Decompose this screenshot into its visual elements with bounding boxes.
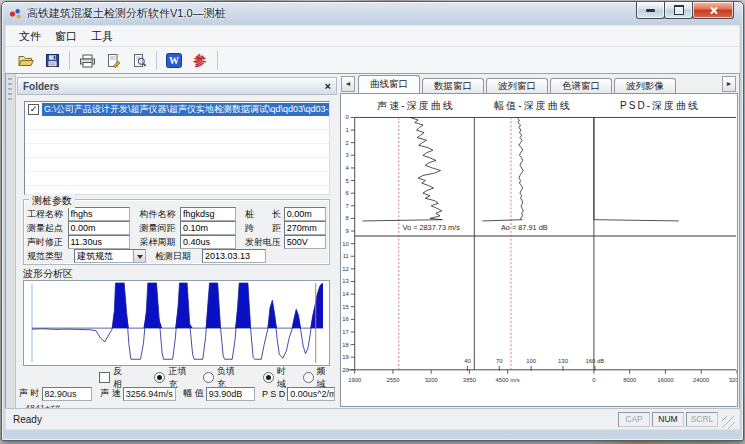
menu-window[interactable]: 窗口 (48, 27, 84, 46)
close-icon (709, 6, 718, 15)
window-controls (637, 2, 734, 19)
pile-params-title: 测桩参数 (29, 194, 75, 208)
radio-icon (263, 372, 274, 383)
open-folder-icon (17, 53, 35, 68)
svg-text:1: 1 (346, 127, 349, 133)
svg-text:11: 11 (343, 253, 349, 259)
param-label-standard-type: 规范类型 (27, 250, 74, 263)
param-label-interval: 测量间距 (139, 222, 180, 235)
svg-text:100: 100 (526, 358, 537, 364)
amplitude-label: 幅 值 (183, 387, 204, 400)
folder-checkbox[interactable]: ✓ (28, 104, 39, 115)
param-field-project[interactable]: fhghs (68, 207, 131, 221)
svg-text:3200: 3200 (425, 377, 439, 383)
folders-close-button[interactable]: × (325, 81, 331, 91)
empty-list-row (25, 172, 329, 186)
waveform-plot[interactable] (23, 280, 330, 366)
chevron-down-icon[interactable] (133, 250, 145, 262)
status-message: Ready (13, 414, 42, 425)
print-preview-button[interactable] (126, 49, 152, 72)
param-field-time-correction[interactable]: 11.30us (68, 235, 131, 249)
svg-text:3: 3 (346, 152, 349, 158)
maximize-button[interactable] (664, 2, 693, 19)
param-field-component[interactable]: fhgkdsg (180, 207, 236, 221)
standard-type-combobox[interactable]: 建筑规范 (74, 249, 146, 263)
psd-field[interactable]: 0.00us^2/m (287, 387, 335, 401)
svg-text:24000: 24000 (693, 377, 710, 383)
parameters-icon: 参 (194, 54, 207, 67)
tab-wavetrain-image[interactable]: 波列影像 (614, 78, 676, 93)
depth-curves-panel[interactable]: 声速-深度曲线 幅值-深度曲线 PSD-深度曲线 012345678910111… (340, 93, 738, 407)
toolbar-separator (156, 51, 157, 70)
standard-type-value: 建筑规范 (77, 251, 113, 261)
app-icon (9, 7, 22, 20)
folders-pane-header[interactable]: Folders × (17, 77, 337, 95)
save-button[interactable] (39, 49, 65, 72)
svg-text:8000: 8000 (623, 377, 637, 383)
svg-text:4500 m/s: 4500 m/s (496, 377, 520, 383)
depth-charts-canvas: 0123456789101112131415161718192019002550… (341, 94, 737, 406)
radio-icon (303, 372, 314, 383)
title-bar[interactable]: 高铁建筑混凝土检测分析软件V1.0—测桩 (2, 2, 743, 24)
svg-text:19: 19 (342, 354, 349, 360)
export-report-button[interactable] (100, 49, 126, 72)
param-field-span[interactable]: 270mm (284, 221, 326, 235)
param-field-interval[interactable]: 0.10m (180, 221, 236, 235)
page-magnifier-icon (132, 53, 147, 68)
svg-text:160 dB: 160 dB (586, 358, 605, 364)
window-title: 高铁建筑混凝土检测分析软件V1.0—测桩 (27, 6, 226, 21)
tab-wavetrain-window[interactable]: 波列窗口 (486, 78, 548, 93)
param-field-start-point[interactable]: 0.00m (68, 221, 131, 235)
radio-icon (154, 372, 165, 383)
sonic-time-field[interactable]: 82.90us (42, 387, 93, 401)
maximize-icon (674, 5, 684, 15)
param-field-pile-length[interactable]: 0.00m (284, 207, 326, 221)
param-field-sample-period[interactable]: 0.40us (180, 235, 236, 249)
param-label-sample-period: 采样周期 (139, 236, 180, 249)
sonic-velocity-field[interactable]: 3256.94m/s (123, 387, 177, 401)
word-report-button[interactable]: W (161, 49, 187, 72)
print-button[interactable] (74, 49, 100, 72)
minimize-button[interactable] (636, 2, 665, 19)
readouts-row: 声 时 82.90us 声 速 3256.94m/s 幅 值 93.90dB P… (19, 386, 335, 401)
checkbox-icon (99, 372, 110, 383)
svg-text:14: 14 (342, 291, 349, 297)
svg-text:0: 0 (592, 377, 596, 383)
dock-gripper[interactable] (6, 74, 16, 408)
param-label-project: 工程名称 (27, 208, 68, 221)
svg-text:13: 13 (342, 278, 349, 284)
tab-scroll-right-icon[interactable]: ► (722, 76, 736, 92)
app-window: 高铁建筑混凝土检测分析软件V1.0—测桩 文件 窗口 工具 (1, 1, 744, 441)
menu-file[interactable]: 文件 (12, 27, 48, 46)
tab-curve-window[interactable]: 曲线窗口 (358, 75, 420, 93)
amplitude-annotation: Ao = 87.91 dB (501, 223, 548, 232)
svg-text:9: 9 (346, 228, 349, 234)
open-file-button[interactable] (13, 49, 39, 72)
waveform-canvas (24, 281, 329, 365)
amplitude-field[interactable]: 93.90dB (206, 387, 255, 401)
word-icon: W (166, 53, 182, 68)
parameter-settings-button[interactable]: 参 (187, 49, 213, 72)
minimize-icon (646, 9, 655, 12)
tab-data-window[interactable]: 数据窗口 (422, 78, 484, 93)
param-field-voltage[interactable]: 500V (284, 235, 326, 249)
param-field-test-date[interactable]: 2013.03.13 (202, 249, 266, 263)
svg-text:2: 2 (346, 140, 349, 146)
svg-text:10: 10 (342, 241, 349, 247)
tab-scroll-left-icon[interactable]: ◄ (341, 76, 355, 92)
chart-tab-bar: ◄ 曲线窗口 数据窗口 波列窗口 色谱窗口 波列影像 ► (340, 75, 738, 93)
sonic-time-label: 声 时 (19, 387, 40, 400)
folder-list-item[interactable]: ✓ G:\公司产品设计开发\超声仪器\超声仪实地检测数据调试\qd\qd03\q… (25, 102, 329, 116)
menu-tools[interactable]: 工具 (84, 27, 120, 46)
resize-grip[interactable] (722, 416, 735, 429)
svg-text:40: 40 (464, 358, 471, 364)
status-bar: Ready CAP NUM SCRL (5, 408, 740, 430)
radio-icon (203, 372, 214, 383)
scroll-lock-indicator: SCRL (686, 412, 718, 427)
toolbar-separator (217, 51, 218, 70)
tab-spectrum-window[interactable]: 色谱窗口 (550, 78, 612, 93)
svg-text:6: 6 (346, 190, 349, 196)
svg-text:1900: 1900 (348, 377, 362, 383)
close-button[interactable] (692, 2, 734, 19)
folder-path-label: G:\公司产品设计开发\超声仪器\超声仪实地检测数据调试\qd\qd03\qd0… (42, 103, 329, 116)
